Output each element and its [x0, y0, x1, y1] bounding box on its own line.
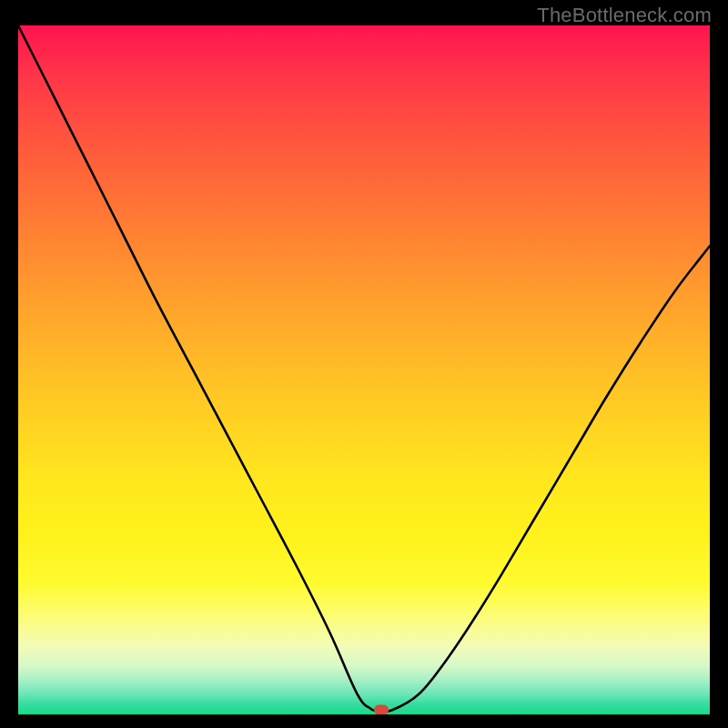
watermark-text: TheBottleneck.com — [537, 4, 712, 27]
plot-area — [18, 25, 710, 714]
chart-frame: TheBottleneck.com — [0, 0, 728, 728]
optimal-marker — [374, 705, 389, 714]
bottleneck-curve — [18, 25, 710, 714]
